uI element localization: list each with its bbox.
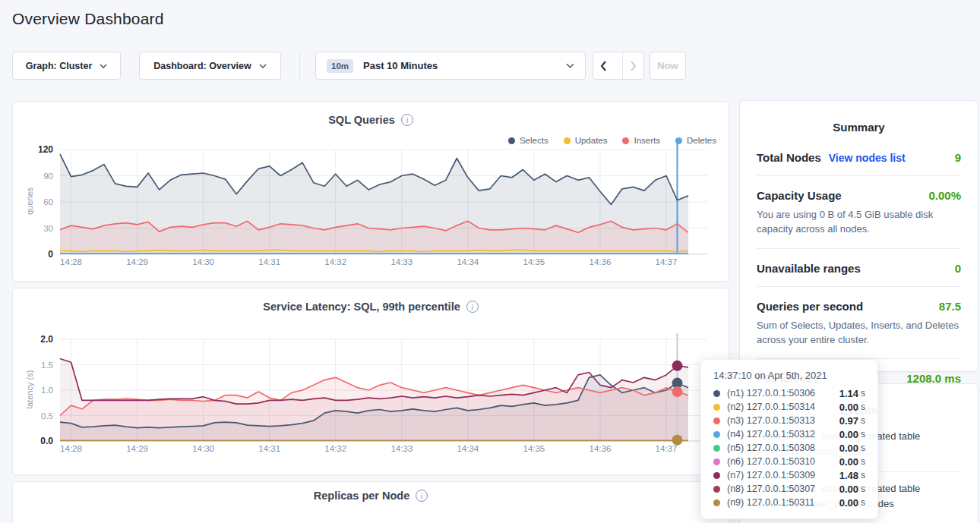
tooltip-node-row: (n5) 127.0.0.1:503080.00s — [713, 441, 865, 455]
tooltip-node-address: (n3) 127.0.0.1:50313 — [727, 415, 839, 426]
svg-text:14:35: 14:35 — [523, 257, 545, 266]
previous-range-button[interactable] — [593, 52, 615, 79]
summary-row-label: Unavailable ranges — [757, 262, 861, 275]
tooltip-node-unit: s — [861, 402, 865, 412]
summary-row-description: You are using 0 B of 4.5 GiB usable disk… — [757, 208, 961, 237]
svg-text:30: 30 — [43, 224, 53, 233]
tooltip-node-unit: s — [861, 429, 865, 440]
tooltip-node-unit: s — [861, 497, 865, 508]
svg-text:0.0: 0.0 — [40, 436, 53, 446]
summary-panel: Summary Total NodesView nodes list9Capac… — [739, 100, 978, 372]
svg-text:14:31: 14:31 — [258, 257, 280, 266]
svg-text:120: 120 — [38, 144, 53, 155]
svg-text:14:28: 14:28 — [60, 257, 82, 266]
svg-text:2.0: 2.0 — [40, 334, 53, 345]
summary-row-value: 0 — [955, 262, 961, 275]
tooltip-node-unit: s — [861, 415, 865, 426]
tooltip-node-row: (n2) 127.0.0.1:503140.00s — [713, 400, 865, 414]
summary-row-label: Queries per second — [757, 300, 863, 313]
tooltip-node-address: (n4) 127.0.0.1:50312 — [727, 429, 839, 440]
svg-text:14:36: 14:36 — [590, 444, 612, 453]
svg-text:1.0: 1.0 — [41, 386, 53, 395]
chevron-down-icon — [566, 63, 574, 68]
replicas-title-row: Replicas per Node i — [13, 490, 729, 502]
node-color-dot-icon — [713, 458, 720, 465]
now-button[interactable]: Now — [650, 52, 686, 80]
svg-text:60: 60 — [43, 197, 53, 206]
svg-text:14:28: 14:28 — [60, 444, 82, 453]
sql-queries-card: SQL Queries i SelectsUpdatesInsertsDelet… — [12, 101, 729, 282]
svg-text:14:29: 14:29 — [126, 257, 148, 266]
graph-dropdown[interactable]: Graph: Cluster — [12, 52, 121, 80]
summary-rows: Total NodesView nodes list9Capacity Usag… — [740, 134, 978, 396]
tooltip-node-address: (n2) 127.0.0.1:50314 — [727, 402, 839, 412]
tooltip-node-address: (n7) 127.0.0.1:50309 — [727, 470, 839, 480]
tooltip-node-address: (n6) 127.0.0.1:50310 — [727, 456, 839, 467]
chevron-down-icon — [100, 64, 107, 68]
summary-title: Summary — [740, 121, 978, 134]
overview-dashboard-page: Overview Dashboard Graph: Cluster Dashbo… — [0, 0, 980, 523]
svg-text:14:30: 14:30 — [192, 257, 214, 266]
chevron-down-icon — [259, 64, 267, 68]
tooltip-node-value: 0.00 — [839, 484, 858, 495]
tooltip-node-unit: s — [861, 470, 865, 480]
summary-row-label: Capacity Usage — [757, 189, 842, 202]
tooltip-node-value: 0.00 — [839, 497, 858, 509]
svg-text:0.5: 0.5 — [41, 411, 53, 421]
node-color-dot-icon — [713, 472, 720, 479]
tooltip-timestamp: 14:37:10 on Apr 5th, 2021 — [713, 370, 865, 381]
node-color-dot-icon — [713, 445, 720, 452]
summary-row: Queries per second87.5Sum of Selects, Up… — [757, 286, 961, 359]
dashboard-dropdown-label: Dashboard: Overview — [153, 61, 251, 71]
next-range-button[interactable] — [622, 52, 643, 79]
time-range-dropdown[interactable]: 10m Past 10 Minutes — [315, 52, 586, 80]
tooltip-node-value: 1.48 — [839, 470, 858, 481]
svg-text:14:34: 14:34 — [457, 257, 479, 266]
tooltip-node-row: (n7) 127.0.0.1:503091.48s — [713, 468, 865, 482]
tooltip-node-row: (n4) 127.0.0.1:503120.00s — [713, 427, 865, 441]
view-nodes-list-link[interactable]: View nodes list — [829, 152, 906, 164]
tooltip-node-row: (n9) 127.0.0.1:503110.00s — [713, 496, 865, 509]
replicas-title: Replicas per Node — [314, 490, 410, 502]
summary-row: Capacity Usage0.00%You are using 0 B of … — [757, 175, 961, 248]
svg-text:14:33: 14:33 — [390, 257, 413, 266]
summary-row: Unavailable ranges0 — [757, 248, 961, 286]
tooltip-node-value: 0.97 — [839, 415, 858, 427]
replicas-per-node-card: Replicas per Node i — [12, 481, 729, 523]
tooltip-node-unit: s — [861, 443, 865, 453]
chart-hover-tooltip: 14:37:10 on Apr 5th, 2021 (n1) 127.0.0.1… — [700, 359, 878, 519]
tooltip-node-unit: s — [861, 456, 865, 467]
node-color-dot-icon — [713, 486, 720, 493]
tooltip-node-unit: s — [861, 484, 865, 494]
toolbar-divider — [299, 52, 300, 80]
dashboard-dropdown[interactable]: Dashboard: Overview — [139, 52, 281, 80]
sql-queries-chart[interactable]: 14:2814:2914:3014:3114:3214:3314:3414:35… — [13, 102, 730, 282]
time-range-badge: 10m — [327, 59, 353, 73]
svg-text:14:36: 14:36 — [590, 257, 612, 266]
service-latency-card: Service Latency: SQL, 99th percentile i … — [12, 288, 729, 475]
time-range-step-buttons — [593, 52, 644, 80]
svg-text:14:34: 14:34 — [457, 444, 479, 453]
svg-text:14:29: 14:29 — [126, 444, 148, 453]
tooltip-node-row: (n8) 127.0.0.1:503070.00s — [713, 482, 865, 496]
tooltip-node-value: 0.00 — [839, 429, 858, 440]
graph-dropdown-label: Graph: Cluster — [26, 61, 93, 71]
svg-text:90: 90 — [43, 172, 53, 181]
tooltip-node-row: (n6) 127.0.0.1:503100.00s — [713, 455, 865, 468]
tooltip-node-address: (n8) 127.0.0.1:50307 — [727, 484, 839, 494]
svg-text:14:37: 14:37 — [656, 444, 678, 453]
tooltip-node-address: (n5) 127.0.0.1:50308 — [727, 443, 839, 453]
tooltip-node-row: (n1) 127.0.0.1:503061.14s — [713, 386, 865, 400]
tooltip-node-address: (n9) 127.0.0.1:50311 — [727, 497, 839, 508]
tooltip-node-value: 0.00 — [839, 456, 858, 468]
summary-row: Total NodesView nodes list9 — [757, 138, 961, 175]
svg-text:1.5: 1.5 — [41, 361, 53, 370]
tooltip-node-value: 1.14 — [839, 388, 858, 399]
info-icon[interactable]: i — [416, 490, 428, 502]
page-title: Overview Dashboard — [12, 10, 164, 28]
svg-text:14:32: 14:32 — [324, 257, 346, 266]
node-color-dot-icon — [713, 404, 720, 411]
tooltip-node-unit: s — [861, 388, 865, 399]
node-color-dot-icon — [713, 499, 720, 506]
service-latency-chart[interactable]: 14:2814:2914:3014:3114:3214:3314:3414:35… — [13, 288, 730, 476]
